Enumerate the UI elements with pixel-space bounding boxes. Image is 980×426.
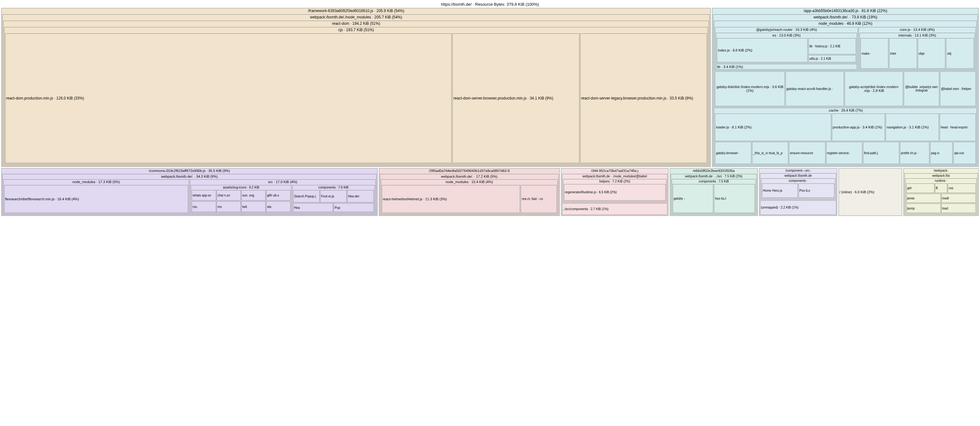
page-e[interactable]: pag e-	[930, 142, 953, 164]
prefetch-js[interactable]: prefet ch.js ·	[900, 142, 929, 164]
builder-partytown[interactable]: @builder .io/partyt own /integrati	[904, 71, 940, 106]
api-run[interactable]: api-run	[953, 142, 976, 164]
bundle-commons[interactable]: /commons-019c2f619aff972e990b.js · 35.5 …	[1, 168, 378, 216]
icon-chain[interactable]: chai n.sv	[216, 190, 241, 201]
framework-webpack[interactable]: webpack:/bsmth.de/./node_modules · 205.7…	[2, 14, 710, 166]
app-webpack[interactable]: webpack:/bsmth.de/. · 73.8 KiB (19%) nod…	[713, 14, 978, 166]
bundle-component-src[interactable]: /component---src- webpack:/bsmth.de comp…	[759, 168, 837, 216]
chunke66-components[interactable]: components · 7.5 KiB gatsby - hoo ks.t	[672, 179, 756, 214]
bundle-app[interactable]: /app-a3bb55b0e1493136ca30.js · 81.8 KiB …	[712, 8, 979, 167]
bundle-e66[interactable]: /e66d3f02e2bee9331f035a webpack:/bsmth.d…	[670, 168, 758, 216]
reach-utils[interactable]: utils.js · 2.1 KiB	[808, 55, 856, 62]
bundle-webpack-runtime[interactable]: /webpack- webpack:/bs runtime · get B cs…	[904, 168, 979, 216]
bundle-inline[interactable]: / (inline) · 6.0 KiB (2%)	[838, 168, 902, 216]
app-node-modules[interactable]: node_modules · 46.8 KiB (12%) @gatsbyjs/…	[714, 21, 977, 107]
icon-sta[interactable]: sta	[266, 201, 291, 212]
runtime-load[interactable]: load	[941, 203, 976, 213]
loader-js[interactable]: loader.js · 8.1 KiB (2%)	[715, 113, 831, 141]
bundle-framework-label: /framework-6393a6092f3ed6016610.js · 205…	[2, 8, 710, 14]
babel-helper[interactable]: @babel esm · /helper	[940, 71, 976, 106]
icon-mo[interactable]: mo	[216, 201, 241, 212]
hea-js[interactable]: Hea	[293, 203, 333, 212]
component-src-webpack[interactable]: webpack:/bsmth.de components · Home Hero…	[760, 173, 836, 200]
search-popup[interactable]: Search Popup.j	[293, 190, 320, 202]
bundle-app-label: /app-a3bb55b0e1493136ca30.js · 81.8 KiB …	[712, 8, 978, 14]
react-dom[interactable]: react-dom · 194.2 KiB (51%) cjs · 193.7 …	[3, 21, 709, 165]
commons-src[interactable]: src · 17.0 KiB (4%) assets/svg-icons · 9…	[190, 179, 376, 214]
commons-node-modules[interactable]: node_modules · 17.3 KiB (5%) flexsearch/…	[3, 179, 189, 214]
core-js[interactable]: core-js · 13.4 KiB (4%) internals · 13.1…	[859, 27, 976, 71]
gatsby-browser[interactable]: gatsby-browser-	[715, 142, 751, 164]
pop-js[interactable]: Pop	[333, 203, 374, 212]
internals-inter[interactable]: inter	[889, 38, 917, 69]
commons-webpack[interactable]: webpack:/bsmth.de/. · 34.3 KiB (9%) node…	[2, 174, 377, 215]
flexsearch[interactable]: flexsearch/dist/flexsearch.min.js · 16.4…	[4, 185, 188, 213]
chunk344-webpack[interactable]: webpack:/bsmth.de · ./node_modules/@babe…	[562, 174, 668, 202]
webpack-runtime-runtime[interactable]: runtime · get B css javas loadi	[905, 178, 977, 214]
chunk285-node-modules[interactable]: node_modules · 15.4 KiB (4%) react-helme…	[381, 179, 558, 214]
posts-lo[interactable]: Pos tLo	[799, 183, 834, 198]
chunk344-src-components[interactable]: ../src/components · 2.7 KiB (1%)	[562, 203, 668, 215]
treemap-root: https://bsmth.de/ · Resource Bytes: 379.…	[1, 1, 979, 216]
icon-twit[interactable]: twit	[241, 201, 266, 212]
chunk344-helpers[interactable]: helpers · 7.2 KiB (2%) regeneratorRuntim…	[563, 179, 667, 202]
unmapped[interactable]: (unmapped) · 2.2 KiB (1%)	[760, 200, 836, 215]
react-dom-server-legacy[interactable]: react-dom-server-legacy.browser.producti…	[580, 33, 707, 163]
runtime-get[interactable]: get	[906, 183, 935, 193]
hooks-ts[interactable]: hoo ks.t	[714, 184, 755, 213]
production-app[interactable]: production-app.js · 3.4 KiB (1%)	[832, 113, 885, 141]
chunke66-webpack[interactable]: webpack:/bsmth.de · ../src · 7.5 KiB (2%…	[671, 174, 757, 215]
component-src-components[interactable]: components · Home Hero.js Pos tLo	[761, 178, 835, 199]
find-path[interactable]: find-path.j	[863, 142, 899, 164]
icon-github[interactable]: gith ub.s	[266, 190, 291, 201]
regenerator-runtime[interactable]: regeneratorRuntime.js · 6.5 KiB (2%)	[564, 184, 666, 200]
footer-js[interactable]: Foot er.js	[320, 190, 347, 202]
internals-obje[interactable]: obje	[918, 38, 946, 69]
navigation-js[interactable]: navigation.js · 3.1 KiB (1%)	[886, 113, 939, 141]
commons-components[interactable]: components · 7.6 KiB Search Popup.j Foot…	[292, 185, 375, 213]
gatsby-comp[interactable]: gatsby -	[673, 184, 713, 213]
register-service[interactable]: register-service-	[826, 142, 862, 164]
runtime-javas[interactable]: javas	[906, 194, 941, 203]
gatsby-scroll[interactable]: gatsby-react-scroll-handler.js ·	[786, 71, 844, 106]
internals-obj[interactable]: obj	[946, 38, 974, 69]
reach-router-es[interactable]: es · 13.0 KiB (3%) index.js · 8.8 KiB (2…	[716, 33, 857, 64]
runtime-css[interactable]: css	[948, 183, 976, 193]
gatsby-script[interactable]: gatsby-script/dist /index.modern .mjs · …	[845, 71, 903, 106]
core-js-internals[interactable]: internals · 13.1 KiB (3%) make- inter ob…	[859, 33, 975, 70]
chunk285-webpack[interactable]: webpack:/bsmth.de/. · 17.2 KiB (5%) node…	[380, 174, 559, 215]
reach-lib-history[interactable]: lib · history.js · 2.1 KiB	[808, 38, 856, 54]
svg-icons[interactable]: assets/svg-icons · 9.2 KiB whats app.sv …	[191, 185, 291, 213]
internals-make[interactable]: make-	[861, 38, 888, 69]
bundle-285[interactable]: /285ad0a7d4edfa5027649043b1d37a9ca0897d6…	[379, 168, 560, 216]
reach-lib[interactable]: lib · 3.4 KiB (1%)	[716, 64, 857, 70]
icon-whatsapp[interactable]: whats app.sv	[192, 190, 216, 201]
root-title: https://bsmth.de/ · Resource Bytes: 379.…	[1, 1, 979, 8]
head-export[interactable]: head · head-export-	[940, 113, 976, 141]
header-js[interactable]: Hea der	[347, 190, 374, 202]
icon-rss[interactable]: rss.	[192, 201, 216, 212]
react-fast-compare[interactable]: rea ct- fast - co	[521, 185, 557, 213]
runtime-b[interactable]: B	[935, 183, 947, 193]
ensure-resource[interactable]: ensure-resource	[789, 142, 825, 164]
react-helmet[interactable]: react-helmet/es/Helmet.js · 11.3 KiB (3%…	[382, 185, 520, 213]
gatsby-link[interactable]: gatsby-link/dist /index.modern.mjs · 3.6…	[715, 71, 784, 106]
webpack-runtime-wp[interactable]: webpack:/bs runtime · get B css	[904, 173, 978, 215]
runtime-jsonp[interactable]: jsonp	[906, 203, 941, 213]
cjs[interactable]: cjs · 193.7 KiB (51%) react-dom.producti…	[4, 27, 708, 164]
reach-router[interactable]: @gatsbyjs/reach-router · 16.3 KiB (4%) e…	[715, 27, 858, 71]
home-hero[interactable]: Home Hero.js	[762, 183, 798, 198]
runtime-loadi[interactable]: loadi	[941, 194, 976, 203]
icon-sun[interactable]: sun. svg	[241, 190, 266, 201]
bundle-344[interactable]: /344-952ca70bd7aaf31a745e.j webpack:/bsm…	[561, 168, 668, 216]
react-dom-server-browser[interactable]: react-dom-server.browser.production.min.…	[452, 33, 579, 163]
reach-index-js[interactable]: index.js · 8.8 KiB (2%)	[717, 38, 808, 62]
app-cache[interactable]: .cache · 26.4 KiB (7%) loader.js · 8.1 K…	[714, 108, 977, 165]
bundle-framework[interactable]: /framework-6393a6092f3ed6016610.js · 205…	[1, 8, 711, 167]
virtual-fs[interactable]: _this_is_vi rtual_fs_p	[752, 142, 788, 164]
react-dom-prod-min[interactable]: react-dom.production.min.js · 126.0 KiB …	[5, 33, 452, 163]
